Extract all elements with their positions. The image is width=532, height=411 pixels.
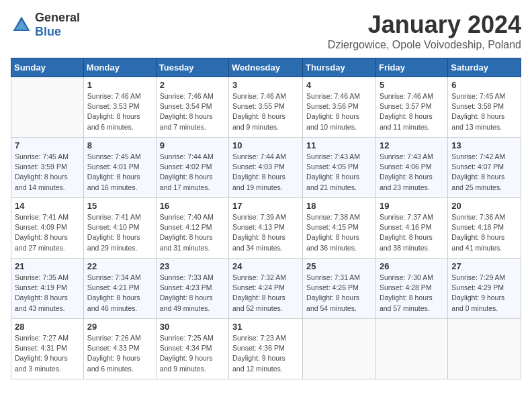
day-number: 16	[160, 201, 225, 211]
col-header-friday: Friday	[375, 58, 447, 77]
day-number: 8	[87, 140, 152, 150]
calendar-cell: 17Sunrise: 7:39 AMSunset: 4:13 PMDayligh…	[229, 198, 303, 259]
logo-icon	[11, 14, 32, 36]
day-number: 22	[87, 261, 152, 271]
calendar-table: SundayMondayTuesdayWednesdayThursdayFrid…	[11, 58, 521, 379]
calendar-cell: 23Sunrise: 7:33 AMSunset: 4:23 PMDayligh…	[156, 259, 228, 319]
day-info: Sunrise: 7:39 AMSunset: 4:13 PMDaylight:…	[232, 212, 299, 253]
calendar-cell: 4Sunrise: 7:46 AMSunset: 3:56 PMDaylight…	[303, 77, 376, 138]
col-header-wednesday: Wednesday	[229, 58, 303, 77]
day-number: 9	[160, 140, 225, 150]
day-info: Sunrise: 7:45 AMSunset: 3:58 PMDaylight:…	[451, 91, 517, 132]
calendar-cell: 31Sunrise: 7:23 AMSunset: 4:36 PMDayligh…	[229, 319, 303, 379]
day-info: Sunrise: 7:43 AMSunset: 4:05 PMDaylight:…	[306, 152, 372, 193]
day-info: Sunrise: 7:46 AMSunset: 3:56 PMDaylight:…	[306, 91, 372, 132]
day-info: Sunrise: 7:43 AMSunset: 4:06 PMDaylight:…	[380, 152, 444, 193]
calendar-cell: 7Sunrise: 7:45 AMSunset: 3:59 PMDaylight…	[11, 138, 84, 198]
calendar-cell: 26Sunrise: 7:30 AMSunset: 4:28 PMDayligh…	[375, 259, 447, 319]
title-section: January 2024 Dziergowice, Opole Voivodes…	[328, 11, 521, 51]
day-info: Sunrise: 7:46 AMSunset: 3:54 PMDaylight:…	[160, 91, 225, 132]
calendar-cell: 9Sunrise: 7:44 AMSunset: 4:02 PMDaylight…	[156, 138, 228, 198]
day-info: Sunrise: 7:23 AMSunset: 4:36 PMDaylight:…	[232, 333, 299, 374]
day-info: Sunrise: 7:31 AMSunset: 4:26 PMDaylight:…	[306, 273, 372, 314]
day-info: Sunrise: 7:46 AMSunset: 3:55 PMDaylight:…	[232, 91, 299, 132]
day-number: 11	[306, 140, 372, 150]
day-info: Sunrise: 7:27 AMSunset: 4:31 PMDaylight:…	[15, 333, 80, 374]
day-info: Sunrise: 7:35 AMSunset: 4:19 PMDaylight:…	[15, 273, 80, 314]
day-number: 20	[451, 201, 517, 211]
day-info: Sunrise: 7:29 AMSunset: 4:29 PMDaylight:…	[451, 273, 517, 314]
day-info: Sunrise: 7:34 AMSunset: 4:21 PMDaylight:…	[87, 273, 152, 314]
day-info: Sunrise: 7:33 AMSunset: 4:23 PMDaylight:…	[160, 273, 225, 314]
calendar-cell: 24Sunrise: 7:32 AMSunset: 4:24 PMDayligh…	[229, 259, 303, 319]
day-number: 21	[15, 261, 80, 271]
day-number: 4	[306, 80, 372, 90]
day-info: Sunrise: 7:45 AMSunset: 4:01 PMDaylight:…	[87, 152, 152, 193]
day-info: Sunrise: 7:46 AMSunset: 3:57 PMDaylight:…	[380, 91, 444, 132]
calendar-cell: 1Sunrise: 7:46 AMSunset: 3:53 PMDaylight…	[83, 77, 156, 138]
day-info: Sunrise: 7:46 AMSunset: 3:53 PMDaylight:…	[87, 91, 152, 132]
calendar-subtitle: Dziergowice, Opole Voivodeship, Poland	[328, 39, 521, 51]
calendar-cell: 30Sunrise: 7:25 AMSunset: 4:34 PMDayligh…	[156, 319, 228, 379]
calendar-cell: 25Sunrise: 7:31 AMSunset: 4:26 PMDayligh…	[303, 259, 376, 319]
calendar-cell	[11, 77, 84, 138]
calendar-title: January 2024	[328, 11, 521, 39]
day-info: Sunrise: 7:45 AMSunset: 3:59 PMDaylight:…	[15, 152, 80, 193]
calendar-cell: 6Sunrise: 7:45 AMSunset: 3:58 PMDaylight…	[448, 77, 521, 138]
calendar-cell: 5Sunrise: 7:46 AMSunset: 3:57 PMDaylight…	[375, 77, 447, 138]
calendar-cell: 3Sunrise: 7:46 AMSunset: 3:55 PMDaylight…	[229, 77, 303, 138]
day-number: 23	[160, 261, 225, 271]
calendar-cell: 12Sunrise: 7:43 AMSunset: 4:06 PMDayligh…	[375, 138, 447, 198]
day-info: Sunrise: 7:32 AMSunset: 4:24 PMDaylight:…	[232, 273, 299, 314]
calendar-cell: 2Sunrise: 7:46 AMSunset: 3:54 PMDaylight…	[156, 77, 228, 138]
day-number: 7	[15, 140, 80, 150]
day-info: Sunrise: 7:42 AMSunset: 4:07 PMDaylight:…	[451, 152, 517, 193]
day-number: 3	[232, 80, 299, 90]
col-header-thursday: Thursday	[303, 58, 376, 77]
col-header-monday: Monday	[83, 58, 156, 77]
day-info: Sunrise: 7:25 AMSunset: 4:34 PMDaylight:…	[160, 333, 225, 374]
logo: General Blue	[11, 11, 80, 39]
calendar-cell: 20Sunrise: 7:36 AMSunset: 4:18 PMDayligh…	[448, 198, 521, 259]
calendar-cell: 19Sunrise: 7:37 AMSunset: 4:16 PMDayligh…	[375, 198, 447, 259]
calendar-cell: 28Sunrise: 7:27 AMSunset: 4:31 PMDayligh…	[11, 319, 84, 379]
calendar-cell: 16Sunrise: 7:40 AMSunset: 4:12 PMDayligh…	[156, 198, 228, 259]
calendar-cell: 29Sunrise: 7:26 AMSunset: 4:33 PMDayligh…	[83, 319, 156, 379]
day-number: 15	[87, 201, 152, 211]
day-number: 2	[160, 80, 225, 90]
calendar-cell: 13Sunrise: 7:42 AMSunset: 4:07 PMDayligh…	[448, 138, 521, 198]
col-header-tuesday: Tuesday	[156, 58, 228, 77]
calendar-cell	[303, 319, 376, 379]
day-number: 12	[380, 140, 444, 150]
day-number: 29	[87, 322, 152, 332]
day-number: 25	[306, 261, 372, 271]
day-number: 17	[232, 201, 299, 211]
day-info: Sunrise: 7:40 AMSunset: 4:12 PMDaylight:…	[160, 212, 225, 253]
day-number: 14	[15, 201, 80, 211]
day-info: Sunrise: 7:41 AMSunset: 4:09 PMDaylight:…	[15, 212, 80, 253]
day-number: 31	[232, 322, 299, 332]
calendar-cell	[448, 319, 521, 379]
day-info: Sunrise: 7:37 AMSunset: 4:16 PMDaylight:…	[380, 212, 444, 253]
day-number: 1	[87, 80, 152, 90]
day-info: Sunrise: 7:26 AMSunset: 4:33 PMDaylight:…	[87, 333, 152, 374]
day-number: 10	[232, 140, 299, 150]
calendar-cell: 11Sunrise: 7:43 AMSunset: 4:05 PMDayligh…	[303, 138, 376, 198]
calendar-cell	[375, 319, 447, 379]
day-info: Sunrise: 7:30 AMSunset: 4:28 PMDaylight:…	[380, 273, 444, 314]
calendar-cell: 10Sunrise: 7:44 AMSunset: 4:03 PMDayligh…	[229, 138, 303, 198]
calendar-cell: 21Sunrise: 7:35 AMSunset: 4:19 PMDayligh…	[11, 259, 84, 319]
day-info: Sunrise: 7:44 AMSunset: 4:02 PMDaylight:…	[160, 152, 225, 193]
calendar-cell: 22Sunrise: 7:34 AMSunset: 4:21 PMDayligh…	[83, 259, 156, 319]
day-number: 5	[380, 80, 444, 90]
day-number: 28	[15, 322, 80, 332]
col-header-saturday: Saturday	[448, 58, 521, 77]
day-info: Sunrise: 7:36 AMSunset: 4:18 PMDaylight:…	[451, 212, 517, 253]
day-number: 27	[451, 261, 517, 271]
day-number: 19	[380, 201, 444, 211]
day-number: 18	[306, 201, 372, 211]
day-number: 13	[451, 140, 517, 150]
day-number: 30	[160, 322, 225, 332]
day-number: 26	[380, 261, 444, 271]
calendar-cell: 8Sunrise: 7:45 AMSunset: 4:01 PMDaylight…	[83, 138, 156, 198]
